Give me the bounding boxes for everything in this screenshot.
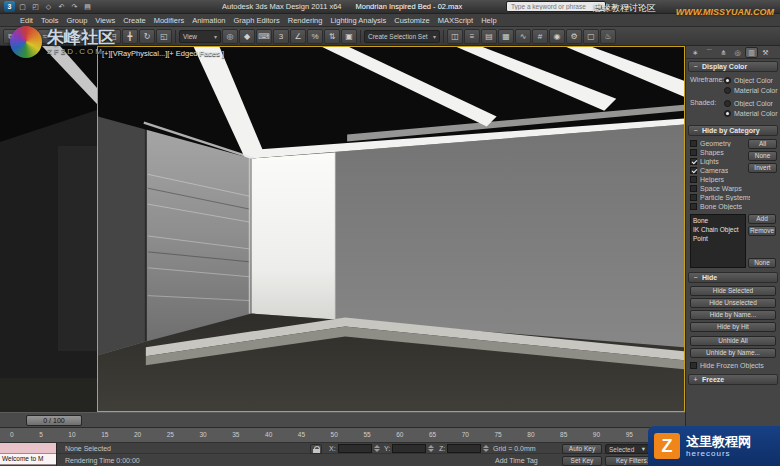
snaps-toggle[interactable]: 3 — [273, 29, 289, 44]
unhide-button[interactable]: Unhide by Name... — [690, 348, 776, 358]
select-and-manipulate[interactable]: ◆ — [239, 29, 255, 44]
use-pivot-point-center[interactable]: ◎ — [222, 29, 238, 44]
set-key-button[interactable]: Set Key — [562, 456, 602, 466]
category-button[interactable]: All — [748, 139, 777, 149]
save-file-icon[interactable]: ◇ — [43, 1, 54, 12]
viewport-label[interactable]: [+][VRayPhysical...][+ Edged Faces ] — [102, 49, 224, 58]
menu-item[interactable]: Graph Editors — [230, 14, 284, 27]
selection-lock-toggle[interactable] — [310, 444, 322, 454]
reference-coordinate-system-dropdown[interactable]: View ▾ — [179, 30, 221, 43]
selection-set-dropdown[interactable]: Selected ▾ — [605, 444, 649, 454]
undo-icon[interactable]: ↶ — [56, 1, 67, 12]
radio-option[interactable]: Material Color — [724, 108, 778, 118]
category-checkbox[interactable]: Lights — [690, 157, 750, 166]
category-checkbox[interactable]: Helpers — [690, 175, 750, 184]
layer-manager[interactable]: ▤ — [481, 29, 497, 44]
x-field[interactable] — [338, 444, 372, 453]
mirror[interactable]: ◫ — [447, 29, 463, 44]
y-spinner[interactable] — [428, 445, 434, 452]
angle-snap-toggle[interactable]: ∠ — [290, 29, 306, 44]
render-setup[interactable]: ⚙ — [566, 29, 582, 44]
listbox-button[interactable]: None — [748, 258, 776, 268]
list-item[interactable]: Point — [692, 234, 744, 243]
menu-item[interactable]: Modifiers — [150, 14, 188, 27]
hide-frozen-checkbox[interactable]: Hide Frozen Objects — [690, 361, 776, 370]
menu-item[interactable]: Customize — [390, 14, 433, 27]
tab-hierarchy[interactable]: ⋔ — [717, 47, 730, 58]
menu-item[interactable]: Group — [62, 14, 91, 27]
menu-item[interactable]: MAXScript — [434, 14, 477, 27]
create-selection-set-dropdown[interactable]: Create Selection Set ▾ — [364, 30, 440, 43]
rollout-header[interactable]: − Hide by Category — [688, 125, 778, 136]
time-slider-grip[interactable]: 0 / 100 — [26, 415, 82, 426]
rendered-frame-window[interactable]: ▢ — [583, 29, 599, 44]
menu-item[interactable]: Views — [91, 14, 119, 27]
listbox-button[interactable]: Remove — [748, 226, 776, 236]
radio-option[interactable]: Object Color — [724, 75, 778, 85]
tab-motion[interactable]: ◎ — [731, 47, 744, 58]
tab-create[interactable]: ∗ — [689, 47, 702, 58]
x-spinner[interactable] — [374, 445, 380, 452]
viewport-canvas[interactable]: [+][VRayPhysical...][+ Edged Faces ] — [97, 46, 685, 412]
select-and-rotate[interactable]: ↻ — [139, 29, 155, 44]
unhide-button[interactable]: Unhide All — [690, 336, 776, 346]
select-and-move[interactable]: ╋ — [122, 29, 138, 44]
z-field[interactable] — [447, 444, 481, 453]
graphite-modeling-tools-toggle[interactable]: ▦ — [498, 29, 514, 44]
menu-item[interactable]: Edit — [16, 14, 37, 27]
y-field[interactable] — [392, 444, 426, 453]
hide-button[interactable]: Hide by Hit — [690, 322, 776, 332]
select-and-scale[interactable]: ◱ — [156, 29, 172, 44]
add-time-tag[interactable]: Add Time Tag — [495, 457, 538, 464]
redo-icon[interactable]: ↷ — [69, 1, 80, 12]
edit-named-selection-sets[interactable]: ▣ — [341, 29, 357, 44]
rollout-header[interactable]: − Display Color — [688, 61, 778, 72]
tab-utilities[interactable]: ⚒ — [759, 47, 772, 58]
new-scene-icon[interactable]: ▢ — [17, 1, 28, 12]
category-checkbox[interactable]: Geometry — [690, 139, 750, 148]
track-bar[interactable]: 05101520253035404550556065707580859095 — [0, 428, 685, 443]
macro-recorder-line[interactable] — [0, 443, 56, 454]
hide-button[interactable]: Hide by Name... — [690, 310, 776, 320]
list-item[interactable]: IK Chain Object — [692, 225, 744, 234]
list-item[interactable]: Bone — [692, 216, 744, 225]
category-button[interactable]: None — [748, 151, 777, 161]
spinner-snap-toggle[interactable]: ⇅ — [324, 29, 340, 44]
percent-snap-toggle[interactable]: % — [307, 29, 323, 44]
radio-option[interactable]: Material Color — [724, 85, 778, 95]
category-checkbox[interactable]: Cameras — [690, 166, 750, 175]
category-checkbox[interactable]: Bone Objects — [690, 202, 750, 211]
menu-item[interactable]: Tools — [37, 14, 63, 27]
listbox-button[interactable]: Add — [748, 214, 776, 224]
time-slider[interactable]: 0 / 100 — [0, 412, 685, 428]
z-spinner[interactable] — [483, 445, 489, 452]
auto-key-button[interactable]: Auto Key — [562, 444, 602, 454]
hide-button[interactable]: Hide Unselected — [690, 298, 776, 308]
render-production[interactable]: ♨ — [600, 29, 616, 44]
menu-item[interactable]: Help — [477, 14, 500, 27]
tab-modify[interactable]: ⌒ — [703, 47, 716, 58]
category-checkbox[interactable]: Space Warps — [690, 184, 750, 193]
keyboard-shortcut-override[interactable]: ⌨ — [256, 29, 272, 44]
align[interactable]: ≡ — [464, 29, 480, 44]
menu-item[interactable]: Animation — [188, 14, 229, 27]
menu-item[interactable]: Lighting Analysis — [326, 14, 390, 27]
schematic-view[interactable]: # — [532, 29, 548, 44]
rollout-header[interactable]: − Hide — [688, 272, 778, 283]
category-button[interactable]: Invert — [748, 163, 777, 173]
app-logo[interactable]: 3 — [4, 1, 15, 12]
category-listbox[interactable]: BoneIK Chain ObjectPoint — [690, 214, 746, 268]
hide-button[interactable]: Hide Selected — [690, 286, 776, 296]
radio-option[interactable]: Object Color — [724, 98, 778, 108]
menu-item[interactable]: Create — [119, 14, 150, 27]
listener-line[interactable]: Welcome to M — [0, 454, 56, 465]
maxscript-mini-listener[interactable]: Welcome to M — [0, 443, 57, 466]
open-file-icon[interactable]: ◰ — [30, 1, 41, 12]
material-editor[interactable]: ◉ — [549, 29, 565, 44]
menu-item[interactable]: Rendering — [284, 14, 327, 27]
rollout-header[interactable]: + Freeze — [688, 374, 778, 385]
curve-editor[interactable]: ∿ — [515, 29, 531, 44]
category-checkbox[interactable]: Shapes — [690, 148, 750, 157]
viewport-left[interactable] — [0, 46, 97, 412]
search-input[interactable] — [509, 2, 595, 11]
